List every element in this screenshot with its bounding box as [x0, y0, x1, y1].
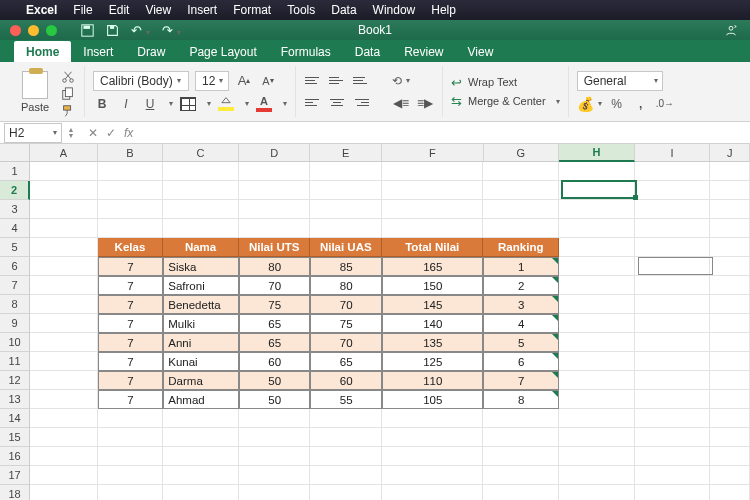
tab-formulas[interactable]: Formulas [269, 41, 343, 62]
italic-button[interactable]: I [117, 95, 135, 113]
comma-format-icon[interactable]: , [632, 95, 650, 113]
cell-B14[interactable] [98, 409, 164, 428]
cell-J8[interactable] [710, 295, 750, 314]
cell-A13[interactable] [30, 390, 98, 409]
cell-I1[interactable] [635, 162, 711, 181]
cell-G12[interactable]: 7 [483, 371, 559, 390]
cell-C7[interactable]: Safroni [163, 276, 239, 295]
align-right-icon[interactable] [352, 94, 370, 112]
cell-G4[interactable] [483, 219, 559, 238]
cell-E8[interactable]: 70 [310, 295, 382, 314]
cell-F8[interactable]: 145 [382, 295, 483, 314]
select-all-corner[interactable] [0, 144, 30, 162]
cell-I2[interactable] [635, 181, 711, 200]
cell-E7[interactable]: 80 [310, 276, 382, 295]
cells-area[interactable]: KelasNamaNilai UTSNilai UASTotal NilaiRa… [30, 162, 750, 500]
cell-I9[interactable] [635, 314, 711, 333]
col-header-B[interactable]: B [98, 144, 164, 162]
cell-A17[interactable] [30, 466, 98, 485]
cell-J2[interactable] [710, 181, 750, 200]
cell-F15[interactable] [382, 428, 483, 447]
cell-E13[interactable]: 55 [310, 390, 382, 409]
tab-insert[interactable]: Insert [71, 41, 125, 62]
font-size-select[interactable]: 12▾ [195, 71, 229, 91]
cell-I13[interactable] [635, 390, 711, 409]
align-center-icon[interactable] [328, 94, 346, 112]
row-header-9[interactable]: 9 [0, 314, 30, 333]
tab-review[interactable]: Review [392, 41, 455, 62]
increase-font-icon[interactable]: A▴ [235, 72, 253, 90]
orientation-icon[interactable]: ⟲▾ [392, 72, 410, 90]
cell-B9[interactable]: 7 [98, 314, 164, 333]
cell-E4[interactable] [310, 219, 382, 238]
col-header-E[interactable]: E [310, 144, 382, 162]
cell-C6[interactable]: Siska [163, 257, 239, 276]
cell-H11[interactable] [559, 352, 635, 371]
cell-A12[interactable] [30, 371, 98, 390]
cell-B3[interactable] [98, 200, 164, 219]
cell-C12[interactable]: Darma [163, 371, 239, 390]
cell-G2[interactable] [483, 181, 559, 200]
cell-C3[interactable] [163, 200, 239, 219]
row-header-15[interactable]: 15 [0, 428, 30, 447]
copy-icon[interactable] [60, 87, 76, 101]
decrease-indent-icon[interactable]: ◀≡ [392, 94, 410, 112]
cell-H13[interactable] [559, 390, 635, 409]
cell-I11[interactable] [635, 352, 711, 371]
zoom-window-button[interactable] [46, 25, 57, 36]
cell-C15[interactable] [163, 428, 239, 447]
cell-G14[interactable] [483, 409, 559, 428]
cell-I5[interactable] [635, 238, 711, 257]
cell-A15[interactable] [30, 428, 98, 447]
cell-D9[interactable]: 65 [239, 314, 311, 333]
tab-home[interactable]: Home [14, 41, 71, 62]
cell-H7[interactable] [559, 276, 635, 295]
cell-D2[interactable] [239, 181, 311, 200]
align-top-icon[interactable] [304, 72, 322, 90]
cell-J5[interactable] [710, 238, 750, 257]
cell-H15[interactable] [559, 428, 635, 447]
row-header-12[interactable]: 12 [0, 371, 30, 390]
row-header-1[interactable]: 1 [0, 162, 30, 181]
cell-A7[interactable] [30, 276, 98, 295]
tab-view[interactable]: View [456, 41, 506, 62]
cell-I4[interactable] [635, 219, 711, 238]
cell-B12[interactable]: 7 [98, 371, 164, 390]
cell-E6[interactable]: 85 [310, 257, 382, 276]
col-header-A[interactable]: A [30, 144, 98, 162]
cell-E15[interactable] [310, 428, 382, 447]
font-name-select[interactable]: Calibri (Body)▾ [93, 71, 189, 91]
cell-G1[interactable] [483, 162, 559, 181]
cell-H14[interactable] [559, 409, 635, 428]
cell-A5[interactable] [30, 238, 98, 257]
cell-B7[interactable]: 7 [98, 276, 164, 295]
cell-H3[interactable] [559, 200, 635, 219]
cut-icon[interactable] [60, 70, 76, 84]
cell-B5[interactable]: Kelas [98, 238, 164, 257]
cell-F4[interactable] [382, 219, 483, 238]
cell-E17[interactable] [310, 466, 382, 485]
cell-E12[interactable]: 60 [310, 371, 382, 390]
cell-I7[interactable] [635, 276, 711, 295]
cell-D8[interactable]: 75 [239, 295, 311, 314]
cell-A6[interactable] [30, 257, 98, 276]
cell-G5[interactable]: Ranking [483, 238, 559, 257]
cell-C10[interactable]: Anni [163, 333, 239, 352]
cell-E1[interactable] [310, 162, 382, 181]
enter-formula-icon[interactable]: ✓ [106, 126, 116, 140]
cell-F17[interactable] [382, 466, 483, 485]
fill-color-button[interactable] [217, 95, 235, 113]
borders-menu[interactable]: ▾ [207, 99, 211, 108]
cell-D11[interactable]: 60 [239, 352, 311, 371]
cell-B10[interactable]: 7 [98, 333, 164, 352]
cell-H12[interactable] [559, 371, 635, 390]
cell-I6[interactable] [635, 257, 711, 276]
cell-E9[interactable]: 75 [310, 314, 382, 333]
col-header-G[interactable]: G [484, 144, 560, 162]
row-header-18[interactable]: 18 [0, 485, 30, 500]
cell-G17[interactable] [483, 466, 559, 485]
wrap-text-button[interactable]: ↩ Wrap Text [451, 75, 560, 90]
save-icon[interactable] [106, 24, 119, 37]
cell-D5[interactable]: Nilai UTS [239, 238, 311, 257]
col-header-C[interactable]: C [163, 144, 239, 162]
